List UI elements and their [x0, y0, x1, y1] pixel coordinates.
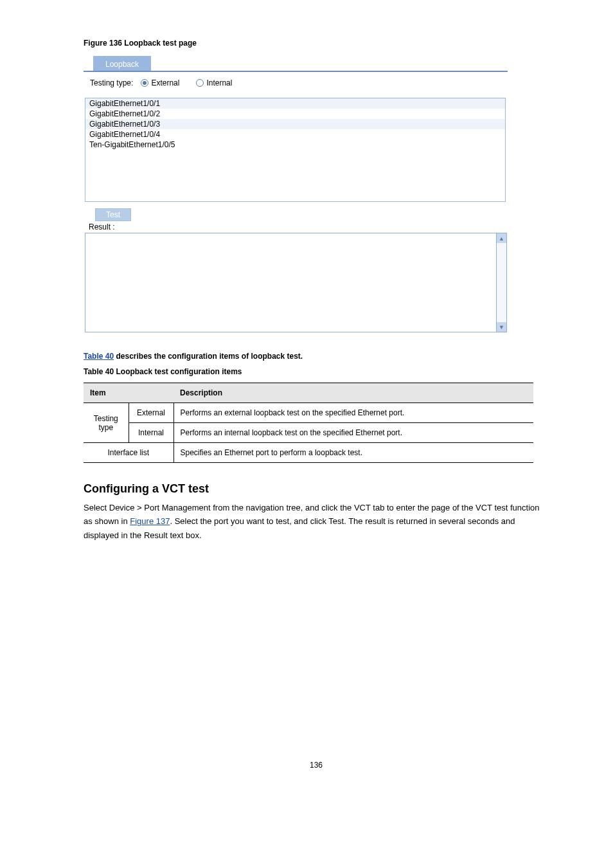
table-row: Testing type External Performs an extern…: [84, 403, 533, 423]
cell-internal-desc: Performs an internal loopback test on th…: [173, 423, 533, 443]
table-ref-link[interactable]: Table 40: [84, 352, 114, 361]
radio-external[interactable]: External: [141, 78, 179, 87]
testing-type-row: Testing type: External Internal: [84, 72, 508, 94]
loopback-screenshot: Loopback Testing type: External Internal…: [84, 54, 508, 332]
page-number: 136: [84, 761, 549, 770]
cell-internal: Internal: [129, 423, 173, 443]
radio-internal-label: Internal: [206, 78, 232, 87]
section-heading: Configuring a VCT test: [84, 482, 549, 496]
list-item[interactable]: GigabitEthernet1/0/3: [85, 119, 505, 129]
result-label: Result :: [89, 222, 508, 231]
testing-type-label: Testing type:: [90, 78, 133, 87]
list-item[interactable]: GigabitEthernet1/0/1: [85, 98, 505, 109]
radio-external-label: External: [151, 78, 179, 87]
config-items-table: Item Description Testing type External P…: [84, 383, 533, 463]
table-header-row: Item Description: [84, 383, 533, 403]
port-listbox[interactable]: GigabitEthernet1/0/1 GigabitEthernet1/0/…: [85, 98, 506, 202]
test-button[interactable]: Test: [95, 208, 131, 221]
table-row: Internal Performs an internal loopback t…: [84, 423, 533, 443]
tab-loopback[interactable]: Loopback: [93, 56, 151, 71]
cell-interface-desc: Specifies an Ethernet port to perform a …: [173, 443, 533, 463]
table-caption-text: describes the configuration items of loo…: [114, 352, 303, 361]
radio-circle-icon: [196, 79, 204, 87]
cell-external: External: [129, 403, 173, 423]
cell-external-desc: Performs an external loopback test on th…: [173, 403, 533, 423]
list-item[interactable]: GigabitEthernet1/0/4: [85, 129, 505, 140]
tab-bar: Loopback: [84, 54, 508, 71]
header-description: Description: [173, 383, 533, 403]
result-textarea[interactable]: [85, 233, 497, 332]
scroll-up-icon[interactable]: ▲: [497, 233, 506, 243]
table-caption-line: Table 40 describes the configuration ite…: [84, 352, 549, 361]
list-item[interactable]: GigabitEthernet1/0/2: [85, 109, 505, 119]
result-scrollbar[interactable]: ▲ ▼: [497, 233, 507, 332]
body-paragraph: Select Device > Port Management from the…: [84, 501, 549, 542]
figure-ref-link[interactable]: Figure 137: [130, 516, 170, 526]
cell-testing-type: Testing type: [84, 403, 129, 443]
table-title: Table 40 Loopback test configuration ite…: [84, 367, 549, 376]
header-item: Item: [84, 383, 173, 403]
radio-circle-icon: [141, 79, 148, 87]
cell-interface-list: Interface list: [84, 443, 173, 463]
figure-label: Figure 136 Loopback test page: [84, 39, 549, 48]
radio-internal[interactable]: Internal: [196, 78, 232, 87]
scroll-down-icon[interactable]: ▼: [497, 322, 506, 332]
list-item[interactable]: Ten-GigabitEthernet1/0/5: [85, 140, 505, 150]
table-row: Interface list Specifies an Ethernet por…: [84, 443, 533, 463]
result-area-wrap: ▲ ▼: [85, 233, 507, 332]
